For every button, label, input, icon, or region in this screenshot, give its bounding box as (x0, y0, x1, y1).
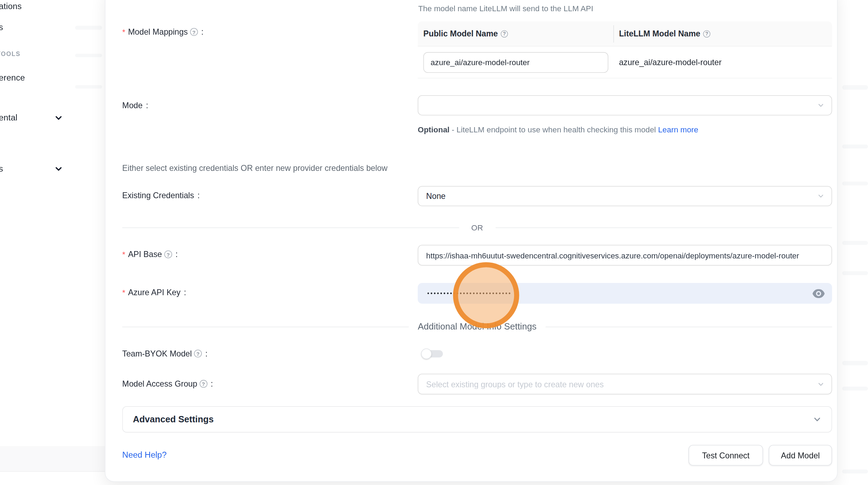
chevron-down-icon (818, 102, 824, 109)
mode-label: Mode : (122, 101, 148, 110)
mode-helper-text: Optional - LiteLLM endpoint to use when … (418, 123, 703, 137)
existing-credentials-label: Existing Credentials : (122, 191, 200, 200)
column-divider (613, 25, 614, 43)
api-base-input[interactable] (418, 245, 832, 265)
table-header-row: Public Model Name ? LiteLLM Model Name ? (418, 21, 832, 47)
toggle-knob (421, 348, 432, 359)
add-model-button[interactable]: Add Model (769, 445, 832, 465)
model-mappings-label: * Model Mappings ? : (122, 27, 204, 36)
api-base-label: * API Base ? : (122, 250, 178, 259)
column-header-litellm-model-name: LiteLLM Model Name ? (613, 29, 832, 38)
credentials-note: Either select existing credentials OR en… (122, 164, 388, 173)
litellm-model-name-value: azure_ai/azure-model-router (613, 58, 832, 67)
table-row: azure_ai/azure-model-router (418, 47, 832, 78)
help-icon[interactable]: ? (501, 30, 508, 37)
public-model-name-input[interactable] (423, 52, 608, 72)
team-byok-toggle[interactable] (421, 348, 443, 359)
learn-more-link[interactable]: Learn more (658, 125, 698, 134)
model-access-group-select[interactable]: Select existing groups or type to create… (418, 374, 832, 394)
test-connect-button[interactable]: Test Connect (689, 445, 763, 465)
azure-api-key-input[interactable]: •••••••••••••••••••••••••• (418, 283, 832, 304)
advanced-settings-panel[interactable]: Advanced Settings (122, 406, 832, 432)
help-icon[interactable]: ? (199, 380, 207, 388)
help-icon[interactable]: ? (194, 349, 202, 357)
additional-settings-divider: Additional Model Info Settings (122, 320, 832, 333)
model-name-hint: The model name LiteLLM will send to the … (418, 4, 593, 13)
chevron-down-icon (818, 381, 824, 387)
team-byok-label: Team-BYOK Model ? : (122, 349, 207, 358)
page: ations s TOOLS erence ental s The model … (0, 0, 868, 485)
help-icon[interactable]: ? (703, 30, 710, 37)
model-mappings-table: Public Model Name ? LiteLLM Model Name ?… (418, 21, 832, 78)
required-asterisk: * (122, 288, 125, 297)
required-asterisk: * (122, 250, 125, 259)
chevron-down-icon (818, 193, 824, 199)
required-asterisk: * (122, 27, 125, 36)
help-icon[interactable]: ? (164, 250, 172, 258)
existing-credentials-select[interactable]: None (418, 186, 832, 206)
eye-icon[interactable] (812, 289, 825, 298)
or-divider: OR (122, 221, 832, 234)
mode-select[interactable] (418, 95, 832, 116)
column-header-public-model-name: Public Model Name ? (418, 29, 613, 38)
model-access-group-label: Model Access Group ? : (122, 379, 213, 388)
api-base-field (418, 245, 832, 265)
masked-password-value: •••••••••••••••••••••••••• (418, 290, 512, 297)
chevron-down-icon (813, 415, 821, 424)
need-help-link[interactable]: Need Help? (122, 450, 167, 459)
azure-api-key-label: * Azure API Key : (122, 288, 186, 297)
help-icon[interactable]: ? (190, 28, 198, 36)
